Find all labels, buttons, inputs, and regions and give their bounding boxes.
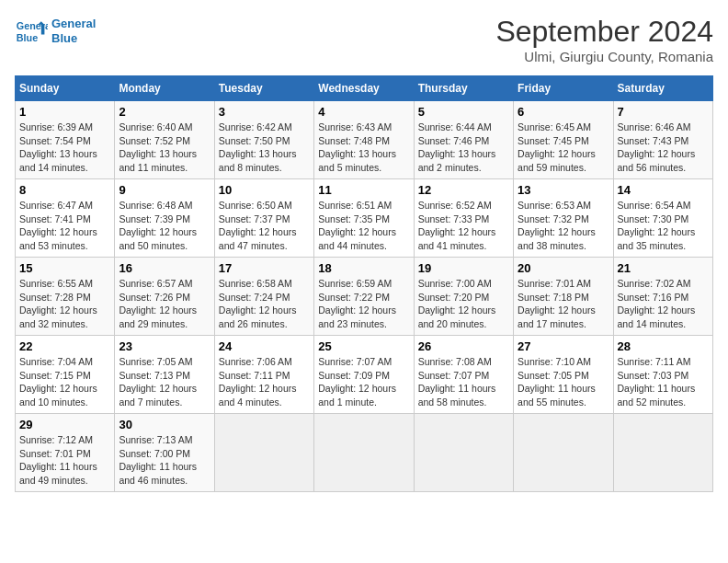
day-info: Sunrise: 7:12 AM Sunset: 7:01 PM Dayligh… (19, 433, 110, 488)
calendar-week-row: 15Sunrise: 6:55 AM Sunset: 7:28 PM Dayli… (16, 258, 713, 336)
day-number: 18 (318, 261, 409, 275)
day-number: 23 (119, 339, 210, 353)
logo-icon: General Blue (15, 15, 48, 48)
calendar-cell (613, 414, 712, 492)
day-info: Sunrise: 6:59 AM Sunset: 7:22 PM Dayligh… (318, 277, 409, 331)
day-number: 21 (618, 261, 709, 275)
logo-line2: Blue (51, 31, 77, 45)
calendar-cell: 7Sunrise: 6:46 AM Sunset: 7:43 PM Daylig… (613, 101, 712, 179)
day-number: 24 (219, 339, 310, 353)
day-number: 26 (418, 339, 509, 353)
title-block: September 2024 Ulmi, Giurgiu County, Rom… (495, 15, 713, 64)
day-info: Sunrise: 6:53 AM Sunset: 7:32 PM Dayligh… (518, 199, 609, 253)
calendar-cell: 8Sunrise: 6:47 AM Sunset: 7:41 PM Daylig… (16, 179, 115, 258)
day-info: Sunrise: 7:10 AM Sunset: 7:05 PM Dayligh… (518, 355, 609, 409)
calendar-week-row: 29Sunrise: 7:12 AM Sunset: 7:01 PM Dayli… (16, 414, 713, 492)
calendar-cell: 24Sunrise: 7:06 AM Sunset: 7:11 PM Dayli… (214, 336, 313, 414)
calendar-cell: 27Sunrise: 7:10 AM Sunset: 7:05 PM Dayli… (514, 336, 613, 414)
day-info: Sunrise: 7:00 AM Sunset: 7:20 PM Dayligh… (418, 277, 509, 331)
day-number: 28 (618, 339, 709, 353)
day-number: 4 (318, 105, 409, 119)
day-number: 15 (19, 261, 110, 275)
calendar-cell: 14Sunrise: 6:54 AM Sunset: 7:30 PM Dayli… (613, 179, 712, 258)
page-header: General Blue General Blue September 2024… (15, 15, 713, 64)
calendar-cell: 20Sunrise: 7:01 AM Sunset: 7:18 PM Dayli… (514, 258, 613, 336)
calendar-cell: 6Sunrise: 6:45 AM Sunset: 7:45 PM Daylig… (514, 101, 613, 179)
calendar-cell (414, 414, 513, 492)
day-info: Sunrise: 7:04 AM Sunset: 7:15 PM Dayligh… (19, 355, 110, 409)
day-number: 8 (19, 183, 110, 197)
column-header-sunday: Sunday (16, 76, 115, 101)
day-info: Sunrise: 6:42 AM Sunset: 7:50 PM Dayligh… (219, 121, 310, 175)
calendar-week-row: 1Sunrise: 6:39 AM Sunset: 7:54 PM Daylig… (16, 101, 713, 179)
day-info: Sunrise: 7:02 AM Sunset: 7:16 PM Dayligh… (618, 277, 709, 331)
day-number: 1 (19, 105, 110, 119)
calendar-cell (314, 414, 414, 492)
day-number: 19 (418, 261, 509, 275)
calendar-cell: 17Sunrise: 6:58 AM Sunset: 7:24 PM Dayli… (214, 258, 313, 336)
calendar-cell: 28Sunrise: 7:11 AM Sunset: 7:03 PM Dayli… (613, 336, 712, 414)
day-number: 5 (418, 105, 509, 119)
day-info: Sunrise: 6:55 AM Sunset: 7:28 PM Dayligh… (19, 277, 110, 331)
day-number: 13 (518, 183, 609, 197)
calendar-cell: 1Sunrise: 6:39 AM Sunset: 7:54 PM Daylig… (16, 101, 115, 179)
day-info: Sunrise: 6:54 AM Sunset: 7:30 PM Dayligh… (618, 199, 709, 253)
day-info: Sunrise: 6:57 AM Sunset: 7:26 PM Dayligh… (119, 277, 210, 331)
day-number: 17 (219, 261, 310, 275)
day-info: Sunrise: 6:45 AM Sunset: 7:45 PM Dayligh… (518, 121, 609, 175)
day-number: 25 (318, 339, 409, 353)
calendar-cell: 2Sunrise: 6:40 AM Sunset: 7:52 PM Daylig… (115, 101, 214, 179)
column-header-friday: Friday (514, 76, 613, 101)
calendar-cell: 19Sunrise: 7:00 AM Sunset: 7:20 PM Dayli… (414, 258, 513, 336)
day-number: 29 (19, 418, 110, 431)
day-number: 7 (618, 105, 709, 119)
logo-text: General Blue (51, 17, 96, 45)
column-header-saturday: Saturday (613, 76, 712, 101)
calendar-cell: 4Sunrise: 6:43 AM Sunset: 7:48 PM Daylig… (314, 101, 414, 179)
calendar-cell: 5Sunrise: 6:44 AM Sunset: 7:46 PM Daylig… (414, 101, 513, 179)
calendar-cell: 23Sunrise: 7:05 AM Sunset: 7:13 PM Dayli… (115, 336, 214, 414)
calendar-cell: 11Sunrise: 6:51 AM Sunset: 7:35 PM Dayli… (314, 179, 414, 258)
calendar-cell: 26Sunrise: 7:08 AM Sunset: 7:07 PM Dayli… (414, 336, 513, 414)
day-number: 10 (219, 183, 310, 197)
day-info: Sunrise: 7:06 AM Sunset: 7:11 PM Dayligh… (219, 355, 310, 409)
day-info: Sunrise: 6:46 AM Sunset: 7:43 PM Dayligh… (618, 121, 709, 175)
day-info: Sunrise: 7:05 AM Sunset: 7:13 PM Dayligh… (119, 355, 210, 409)
calendar-cell: 12Sunrise: 6:52 AM Sunset: 7:33 PM Dayli… (414, 179, 513, 258)
day-number: 3 (219, 105, 310, 119)
day-info: Sunrise: 6:50 AM Sunset: 7:37 PM Dayligh… (219, 199, 310, 253)
calendar-week-row: 22Sunrise: 7:04 AM Sunset: 7:15 PM Dayli… (16, 336, 713, 414)
calendar-cell: 30Sunrise: 7:13 AM Sunset: 7:00 PM Dayli… (115, 414, 214, 492)
day-number: 11 (318, 183, 409, 197)
day-number: 16 (119, 261, 210, 275)
day-info: Sunrise: 7:08 AM Sunset: 7:07 PM Dayligh… (418, 355, 509, 409)
day-info: Sunrise: 6:44 AM Sunset: 7:46 PM Dayligh… (418, 121, 509, 175)
page-title: September 2024 (495, 15, 713, 49)
calendar-cell (214, 414, 313, 492)
calendar-cell: 13Sunrise: 6:53 AM Sunset: 7:32 PM Dayli… (514, 179, 613, 258)
calendar-cell: 3Sunrise: 6:42 AM Sunset: 7:50 PM Daylig… (214, 101, 313, 179)
calendar-cell: 15Sunrise: 6:55 AM Sunset: 7:28 PM Dayli… (16, 258, 115, 336)
day-info: Sunrise: 6:40 AM Sunset: 7:52 PM Dayligh… (119, 121, 210, 175)
calendar-cell (514, 414, 613, 492)
day-number: 27 (518, 339, 609, 353)
calendar-cell: 16Sunrise: 6:57 AM Sunset: 7:26 PM Dayli… (115, 258, 214, 336)
column-header-tuesday: Tuesday (214, 76, 313, 101)
day-info: Sunrise: 6:43 AM Sunset: 7:48 PM Dayligh… (318, 121, 409, 175)
day-number: 12 (418, 183, 509, 197)
day-info: Sunrise: 7:11 AM Sunset: 7:03 PM Dayligh… (618, 355, 709, 409)
svg-text:Blue: Blue (17, 32, 38, 43)
calendar-cell: 25Sunrise: 7:07 AM Sunset: 7:09 PM Dayli… (314, 336, 414, 414)
day-number: 14 (618, 183, 709, 197)
calendar-week-row: 8Sunrise: 6:47 AM Sunset: 7:41 PM Daylig… (16, 179, 713, 258)
day-number: 22 (19, 339, 110, 353)
day-number: 9 (119, 183, 210, 197)
day-info: Sunrise: 7:07 AM Sunset: 7:09 PM Dayligh… (318, 355, 409, 409)
column-header-thursday: Thursday (414, 76, 513, 101)
calendar-cell: 18Sunrise: 6:59 AM Sunset: 7:22 PM Dayli… (314, 258, 414, 336)
day-info: Sunrise: 6:52 AM Sunset: 7:33 PM Dayligh… (418, 199, 509, 253)
day-info: Sunrise: 6:58 AM Sunset: 7:24 PM Dayligh… (219, 277, 310, 331)
day-info: Sunrise: 6:48 AM Sunset: 7:39 PM Dayligh… (119, 199, 210, 253)
calendar-cell: 21Sunrise: 7:02 AM Sunset: 7:16 PM Dayli… (613, 258, 712, 336)
day-number: 30 (119, 418, 210, 431)
